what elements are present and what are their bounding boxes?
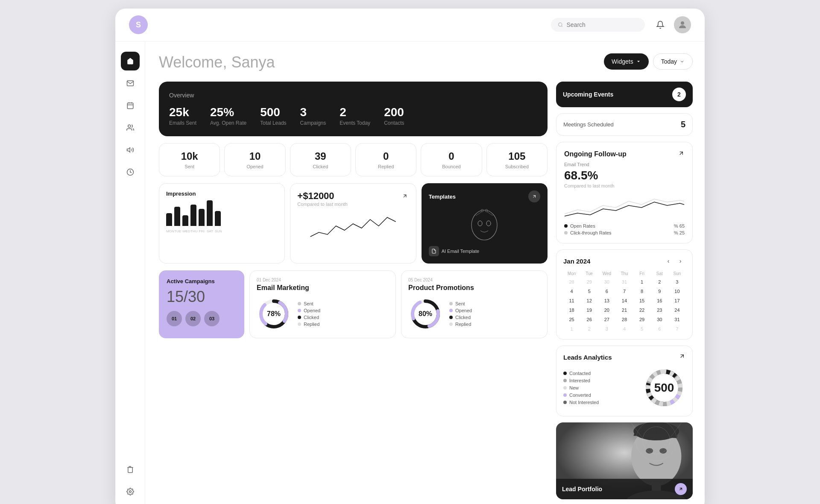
calendar-day[interactable]: 1	[634, 278, 650, 286]
calendar-day[interactable]: 5	[581, 287, 597, 296]
notification-bell[interactable]	[652, 16, 669, 33]
calendar-day[interactable]: 10	[669, 287, 685, 296]
legend-item: Clicked	[449, 315, 472, 320]
calendar-day[interactable]: 28	[563, 278, 580, 286]
calendar-day[interactable]: 26	[581, 315, 597, 324]
email-marketing-date: 01 Dec 2024	[257, 278, 389, 282]
avatar[interactable]	[674, 16, 691, 33]
calendar-day[interactable]: 6	[598, 287, 615, 296]
calendar-day[interactable]: 4	[563, 287, 580, 296]
lead-portfolio-card: Lead Portfolio	[556, 422, 693, 499]
followup-expand-icon[interactable]	[678, 150, 685, 158]
leads-total: 500	[654, 381, 674, 395]
followup-compare: Compared to last month	[564, 183, 685, 188]
calendar-day[interactable]: 30	[651, 315, 668, 324]
calendar-next-button[interactable]: ›	[675, 256, 685, 266]
calendar-day[interactable]: 27	[598, 315, 615, 324]
metric-card-item: 10kSent	[159, 143, 220, 176]
product-promotions-card: 05 Dec 2024 Product Promotions 80%	[401, 270, 548, 338]
templates-expand-icon[interactable]	[528, 190, 540, 202]
calendar-day[interactable]: 14	[616, 296, 633, 305]
product-promotions-name: Product Promotions	[408, 284, 540, 292]
sidebar-item-campaigns[interactable]	[121, 141, 140, 159]
calendar-day[interactable]: 21	[616, 306, 633, 314]
leads-legend-item: Not Interested	[563, 400, 636, 405]
upcoming-events-card: Upcoming Events 2	[556, 82, 693, 107]
impression-bar	[166, 213, 172, 226]
lead-portfolio-link-button[interactable]	[675, 483, 687, 495]
metric-card-item: 10Opened	[224, 143, 285, 176]
calendar-day[interactable]: 6	[651, 325, 668, 333]
calendar-day[interactable]: 29	[581, 278, 597, 286]
calendar-day[interactable]: 8	[634, 287, 650, 296]
calendar-day[interactable]: 30	[598, 278, 615, 286]
svg-point-9	[129, 491, 131, 493]
calendar-day[interactable]: 3	[669, 278, 685, 286]
impression-bar-label: SUN	[215, 229, 221, 233]
calendar-nav: ‹ ›	[663, 256, 685, 266]
impression-bar-label: THU	[190, 229, 196, 233]
svg-line-14	[486, 211, 493, 216]
charts-row: Impression MONTUEWEDTHUFRISATSUN +$12000	[159, 183, 548, 264]
right-column: Upcoming Events 2 Meetings Scheduled 5 O…	[556, 82, 693, 499]
calendar-day[interactable]: 29	[634, 315, 650, 324]
followup-title: Ongoing Follow-up	[564, 150, 627, 158]
search-bar[interactable]	[551, 18, 645, 32]
sidebar-item-trash[interactable]	[121, 460, 140, 479]
widgets-button[interactable]: Widgets	[604, 53, 649, 70]
calendar-day[interactable]: 5	[634, 325, 650, 333]
impression-bar	[215, 211, 221, 226]
email-donut: 78%	[257, 297, 291, 331]
calendar-day[interactable]: 18	[563, 306, 580, 314]
calendar-day[interactable]: 3	[598, 325, 615, 333]
sidebar-item-history[interactable]	[121, 163, 140, 182]
calendar-day[interactable]: 31	[669, 315, 685, 324]
calendar-day[interactable]: 25	[563, 315, 580, 324]
calendar-day[interactable]: 31	[616, 278, 633, 286]
calendar-day[interactable]: 15	[634, 296, 650, 305]
followup-header: Ongoing Follow-up	[564, 150, 685, 158]
calendar-day[interactable]: 19	[581, 306, 597, 314]
calendar-day[interactable]: 11	[563, 296, 580, 305]
calendar-day[interactable]: 9	[651, 287, 668, 296]
calendar-day[interactable]: 16	[651, 296, 668, 305]
revenue-expand-icon[interactable]	[401, 192, 409, 200]
overview-title: Overview	[169, 92, 537, 99]
sidebar-item-users[interactable]	[121, 118, 140, 137]
calendar-day[interactable]: 20	[598, 306, 615, 314]
calendar-day[interactable]: 1	[563, 325, 580, 333]
upcoming-events-badge: 2	[672, 88, 686, 101]
sidebar-item-settings[interactable]	[121, 482, 140, 501]
sidebar-item-calendar[interactable]	[121, 96, 140, 115]
lead-portfolio-label: Lead Portfolio	[562, 486, 602, 492]
calendar-day[interactable]: 2	[651, 278, 668, 286]
calendar-day[interactable]: 24	[669, 306, 685, 314]
calendar-day[interactable]: 23	[651, 306, 668, 314]
sidebar-item-home[interactable]	[121, 52, 140, 70]
calendar-day[interactable]: 7	[616, 287, 633, 296]
leads-expand-icon[interactable]	[679, 353, 685, 361]
legend-item: Sent	[449, 301, 472, 306]
active-campaign-badge: 02	[185, 311, 201, 326]
calendar-day[interactable]: 28	[616, 315, 633, 324]
impression-bar	[207, 200, 213, 226]
product-donut-label: 80%	[419, 310, 432, 318]
today-button[interactable]: Today	[653, 53, 693, 70]
calendar-day[interactable]: 2	[581, 325, 597, 333]
calendar-day-name: Sun	[669, 270, 685, 277]
calendar-prev-button[interactable]: ‹	[663, 256, 674, 266]
product-promotions-date: 05 Dec 2024	[408, 278, 540, 282]
calendar-day[interactable]: 12	[581, 296, 597, 305]
sidebar-item-mail[interactable]	[121, 74, 140, 93]
impression-bar-label: MON	[166, 229, 172, 233]
calendar-day[interactable]: 4	[616, 325, 633, 333]
calendar-day[interactable]: 22	[634, 306, 650, 314]
svg-point-11	[478, 221, 482, 226]
search-input[interactable]	[566, 21, 638, 28]
overview-stat-item: 25%Avg. Open Rate	[210, 105, 246, 126]
impression-bar	[190, 205, 196, 226]
calendar-day[interactable]: 17	[669, 296, 685, 305]
calendar-day[interactable]: 7	[669, 325, 685, 333]
active-campaign-badge: 03	[204, 311, 220, 326]
calendar-day[interactable]: 13	[598, 296, 615, 305]
